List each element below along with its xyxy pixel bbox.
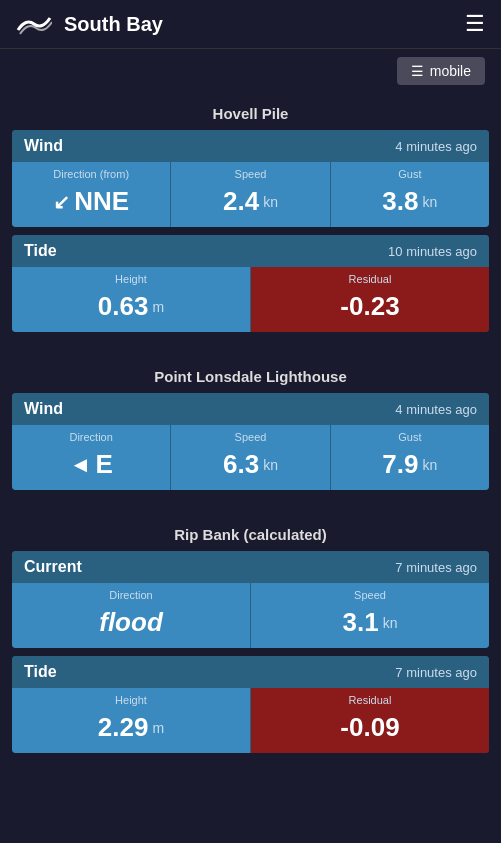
value-direction-lonsdale: ◄ E <box>20 449 162 480</box>
card-label-wind-lonsdale: Wind <box>24 400 63 418</box>
value-speed-hovell: 2.4 kn <box>179 186 321 217</box>
value-direction-from: ↙ NNE <box>20 186 162 217</box>
cell-gust-hovell: Gust 3.8 kn <box>331 162 489 227</box>
tide-rip-grid: Height 2.29 m Residual -0.09 <box>12 688 489 753</box>
card-tide-hovell: Tide 10 minutes ago Height 0.63 m Residu… <box>12 235 489 332</box>
label-direction-from: Direction (from) <box>20 168 162 180</box>
mobile-btn-container: ☰ mobile <box>0 49 501 93</box>
value-gust-hovell: 3.8 kn <box>339 186 481 217</box>
wind-lonsdale-grid: Direction ◄ E Speed 6.3 kn Gust 7.9 kn <box>12 425 489 490</box>
label-gust-lonsdale: Gust <box>339 431 481 443</box>
wind-direction-text: NNE <box>74 186 129 217</box>
label-residual-hovell: Residual <box>259 273 481 285</box>
mobile-btn-label: mobile <box>430 63 471 79</box>
label-height-hovell: Height <box>20 273 242 285</box>
label-residual-rip: Residual <box>259 694 481 706</box>
card-header-wind-lonsdale: Wind 4 minutes ago <box>12 393 489 425</box>
card-time-tide-rip: 7 minutes ago <box>395 665 477 680</box>
logo-icon <box>16 10 52 38</box>
cell-direction-lonsdale: Direction ◄ E <box>12 425 171 490</box>
section-point-lonsdale: Point Lonsdale Lighthouse Wind 4 minutes… <box>0 356 501 514</box>
mobile-button[interactable]: ☰ mobile <box>397 57 485 85</box>
wind-hovell-grid: Direction (from) ↙ NNE Speed 2.4 kn Gust… <box>12 162 489 227</box>
cell-residual-rip: Residual -0.09 <box>251 688 489 753</box>
label-direction-lonsdale: Direction <box>20 431 162 443</box>
wind-arrow-icon: ↙ <box>53 190 70 214</box>
value-speed-lonsdale: 6.3 kn <box>179 449 321 480</box>
tide-hovell-grid: Height 0.63 m Residual -0.23 <box>12 267 489 332</box>
app-title: South Bay <box>64 13 163 36</box>
header: South Bay ☰ <box>0 0 501 49</box>
card-label-wind: Wind <box>24 137 63 155</box>
section-rip-bank: Rip Bank (calculated) Current 7 minutes … <box>0 514 501 777</box>
cell-speed-rip: Speed 3.1 kn <box>251 583 489 648</box>
cell-height-rip: Height 2.29 m <box>12 688 251 753</box>
card-label-current: Current <box>24 558 82 576</box>
label-direction-rip: Direction <box>20 589 242 601</box>
cell-direction-from: Direction (from) ↙ NNE <box>12 162 171 227</box>
cell-speed-lonsdale: Speed 6.3 kn <box>171 425 330 490</box>
card-wind-lonsdale: Wind 4 minutes ago Direction ◄ E Speed 6… <box>12 393 489 490</box>
cell-gust-lonsdale: Gust 7.9 kn <box>331 425 489 490</box>
direction-arrow-icon: ◄ <box>70 452 92 478</box>
menu-icon[interactable]: ☰ <box>465 11 485 37</box>
mobile-btn-icon: ☰ <box>411 63 424 79</box>
value-residual-rip: -0.09 <box>259 712 481 743</box>
section-title-rip: Rip Bank (calculated) <box>12 514 489 551</box>
card-time-wind: 4 minutes ago <box>395 139 477 154</box>
value-height-hovell: 0.63 m <box>20 291 242 322</box>
value-speed-rip: 3.1 kn <box>259 607 481 638</box>
card-header-tide-rip: Tide 7 minutes ago <box>12 656 489 688</box>
card-label-tide-rip: Tide <box>24 663 57 681</box>
label-gust-hovell: Gust <box>339 168 481 180</box>
card-current-rip: Current 7 minutes ago Direction flood Sp… <box>12 551 489 648</box>
value-height-rip: 2.29 m <box>20 712 242 743</box>
label-height-rip: Height <box>20 694 242 706</box>
direction-text-lonsdale: E <box>95 449 112 480</box>
value-gust-lonsdale: 7.9 kn <box>339 449 481 480</box>
card-wind-hovell: Wind 4 minutes ago Direction (from) ↙ NN… <box>12 130 489 227</box>
card-header-tide-hovell: Tide 10 minutes ago <box>12 235 489 267</box>
cell-speed-hovell: Speed 2.4 kn <box>171 162 330 227</box>
current-rip-grid: Direction flood Speed 3.1 kn <box>12 583 489 648</box>
cell-direction-rip: Direction flood <box>12 583 251 648</box>
card-tide-rip: Tide 7 minutes ago Height 2.29 m Residua… <box>12 656 489 753</box>
section-hovell-pile: Hovell Pile Wind 4 minutes ago Direction… <box>0 93 501 356</box>
cell-residual-hovell: Residual -0.23 <box>251 267 489 332</box>
header-left: South Bay <box>16 10 163 38</box>
card-time-tide: 10 minutes ago <box>388 244 477 259</box>
label-speed-hovell: Speed <box>179 168 321 180</box>
card-header-wind-hovell: Wind 4 minutes ago <box>12 130 489 162</box>
value-residual-hovell: -0.23 <box>259 291 481 322</box>
card-time-current: 7 minutes ago <box>395 560 477 575</box>
card-header-current-rip: Current 7 minutes ago <box>12 551 489 583</box>
cell-height-hovell: Height 0.63 m <box>12 267 251 332</box>
label-speed-rip: Speed <box>259 589 481 601</box>
value-direction-rip: flood <box>20 607 242 638</box>
section-title-lonsdale: Point Lonsdale Lighthouse <box>12 356 489 393</box>
section-title-hovell: Hovell Pile <box>12 93 489 130</box>
card-time-wind-lonsdale: 4 minutes ago <box>395 402 477 417</box>
label-speed-lonsdale: Speed <box>179 431 321 443</box>
card-label-tide: Tide <box>24 242 57 260</box>
